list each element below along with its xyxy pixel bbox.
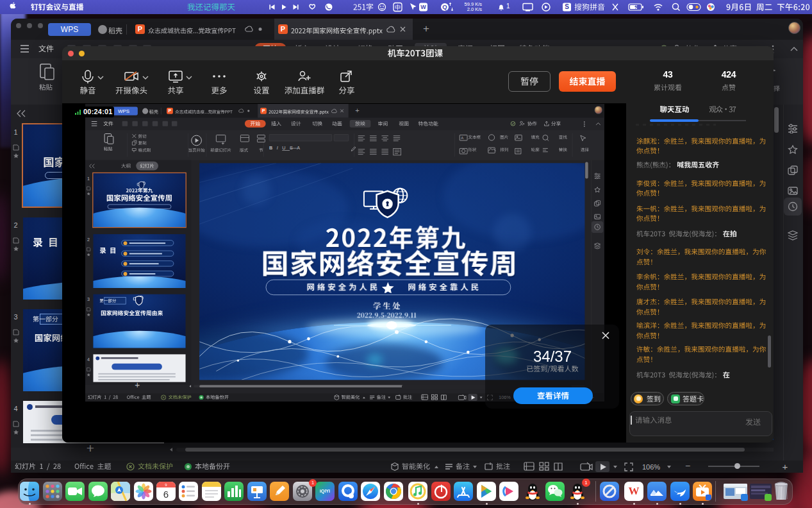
svg-text:W: W (420, 4, 426, 10)
svg-text:6: 6 (163, 489, 169, 500)
svg-text:Q: Q (442, 3, 447, 10)
svg-text:S: S (565, 3, 569, 10)
svg-text:A: A (461, 136, 463, 140)
